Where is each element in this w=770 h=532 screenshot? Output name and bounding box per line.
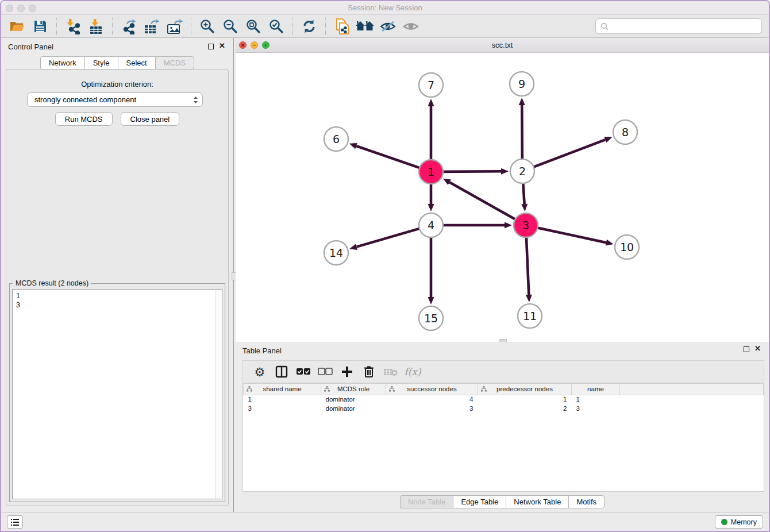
tab-network-table[interactable]: Network Table	[506, 495, 568, 508]
list-icon	[10, 518, 20, 526]
run-mcds-button[interactable]: Run MCDS	[55, 112, 113, 126]
column-header-name[interactable]: name	[572, 384, 620, 395]
svg-text:9: 9	[518, 78, 525, 90]
graph-node-8[interactable]: 8	[613, 120, 637, 144]
criterion-dropdown[interactable]: strongly connected component	[27, 92, 203, 107]
mcds-result-group: MCDS result (2 nodes) 1 3	[9, 283, 225, 502]
tab-mcds[interactable]: MCDS	[155, 56, 194, 70]
refresh-view-icon[interactable]	[299, 17, 319, 36]
memory-label: Memory	[731, 518, 757, 526]
open-session-icon[interactable]	[7, 17, 27, 36]
show-panel-list-button[interactable]	[7, 515, 23, 529]
column-header-shared-name[interactable]: shared name	[244, 384, 321, 395]
graph-edge-2-8[interactable]	[534, 137, 613, 167]
graph-node-6[interactable]: 6	[324, 127, 348, 151]
session-title: Session: New Session	[1, 3, 769, 12]
graph-edge-3-1[interactable]	[443, 179, 515, 219]
network-view-window: ✕ − + scc.txt 7968124314101511	[236, 38, 769, 342]
table-header-row: shared name MCDS role successor nodes pr…	[244, 384, 764, 395]
graph-node-15[interactable]: 15	[419, 306, 443, 330]
graph-edge-4-14[interactable]	[349, 229, 419, 250]
table-panel: Table Panel ✕ ⚙ f(x)	[236, 342, 769, 512]
graph-edge-2-9[interactable]	[519, 98, 525, 159]
table-row[interactable]: 3 dominator 3 2 3	[244, 404, 764, 413]
zoom-in-icon[interactable]	[198, 17, 217, 36]
zoom-out-icon[interactable]	[221, 17, 240, 36]
node-table[interactable]: shared name MCDS role successor nodes pr…	[242, 383, 764, 492]
graph-node-2[interactable]: 2	[510, 159, 534, 183]
graph-node-14[interactable]: 14	[324, 241, 348, 265]
columns-icon[interactable]	[273, 363, 290, 380]
tab-select[interactable]: Select	[118, 56, 155, 70]
graph-node-1[interactable]: 1	[419, 160, 443, 184]
search-input[interactable]	[611, 22, 761, 30]
graph-edge-2-3[interactable]	[521, 183, 528, 211]
svg-text:10: 10	[620, 241, 634, 253]
close-panel-icon[interactable]: ✕	[219, 41, 225, 50]
float-panel-icon[interactable]	[208, 44, 214, 49]
graph-edge-1-4[interactable]	[428, 184, 434, 211]
graph-node-10[interactable]: 10	[615, 235, 639, 259]
gear-icon[interactable]: ⚙	[251, 363, 268, 380]
criterion-value: strongly connected component	[34, 95, 192, 104]
main-toolbar	[1, 15, 769, 38]
memory-status-icon	[721, 519, 727, 525]
tab-node-table[interactable]: Node Table	[400, 495, 453, 508]
save-session-icon[interactable]	[30, 17, 50, 36]
export-table-icon[interactable]	[142, 17, 161, 36]
control-panel-header: Control Panel ✕	[1, 38, 233, 55]
zoom-fit-icon[interactable]	[244, 17, 263, 36]
houses-icon[interactable]	[355, 17, 375, 36]
svg-text:11: 11	[523, 310, 537, 322]
svg-text:2: 2	[519, 165, 526, 178]
mcds-result-title: MCDS result (2 nodes)	[13, 279, 91, 287]
select-all-icon[interactable]	[295, 363, 312, 380]
graph-node-4[interactable]: 4	[419, 213, 443, 237]
svg-text:1: 1	[428, 165, 434, 178]
import-network-icon[interactable]	[63, 17, 83, 36]
tab-style[interactable]: Style	[84, 56, 118, 70]
import-table-icon[interactable]	[86, 17, 106, 36]
zoom-selected-icon[interactable]	[267, 17, 286, 36]
column-header-predecessor-nodes[interactable]: predecessor nodes	[478, 384, 572, 395]
graph-node-3[interactable]: 3	[514, 213, 538, 237]
graph-edge-4-3[interactable]	[443, 222, 512, 229]
deselect-all-icon[interactable]	[317, 363, 334, 380]
graph-edge-3-10[interactable]	[538, 228, 614, 245]
result-scrollbar[interactable]	[215, 290, 222, 499]
float-table-panel-icon[interactable]	[744, 346, 749, 352]
table-row[interactable]: 1 dominator 4 1 1	[244, 395, 764, 404]
network-canvas[interactable]: 7968124314101511	[236, 53, 769, 342]
delete-column-icon[interactable]	[360, 363, 378, 380]
eye-icon[interactable]	[401, 17, 421, 36]
mcds-result-box: 1 3	[12, 289, 222, 499]
graph-edge-1-6[interactable]	[349, 143, 419, 168]
graph-edge-3-11[interactable]	[526, 237, 532, 302]
delete-table-icon[interactable]	[382, 363, 399, 380]
table-toolbar: ⚙ f(x)	[242, 360, 764, 383]
close-table-panel-icon[interactable]: ✕	[754, 344, 761, 353]
duplicate-view-icon[interactable]	[332, 17, 352, 36]
tab-edge-table[interactable]: Edge Table	[453, 495, 506, 508]
export-image-icon[interactable]	[165, 17, 184, 36]
close-panel-button[interactable]: Close panel	[121, 112, 180, 126]
search-field[interactable]	[595, 18, 762, 34]
graph-node-11[interactable]: 11	[518, 304, 542, 328]
tab-network[interactable]: Network	[40, 56, 84, 70]
export-network-icon[interactable]	[119, 17, 138, 36]
memory-button[interactable]: Memory	[715, 515, 763, 529]
eye-slash-icon[interactable]	[378, 17, 398, 36]
add-column-icon[interactable]	[338, 363, 356, 380]
function-builder-icon[interactable]: f(x)	[404, 363, 421, 380]
graph-edge-1-7[interactable]	[428, 99, 434, 160]
graph-node-9[interactable]: 9	[510, 72, 534, 96]
column-header-successor-nodes[interactable]: successor nodes	[386, 384, 478, 395]
graph-edge-4-15[interactable]	[428, 237, 434, 304]
column-header-mcds-role[interactable]: MCDS role	[321, 384, 386, 395]
control-panel-title: Control Panel	[8, 43, 53, 51]
graph-edge-1-2[interactable]	[443, 168, 509, 175]
hierarchy-icon	[389, 386, 395, 393]
status-bar: Memory	[1, 512, 769, 531]
graph-node-7[interactable]: 7	[419, 73, 443, 97]
tab-motifs[interactable]: Motifs	[568, 495, 605, 508]
